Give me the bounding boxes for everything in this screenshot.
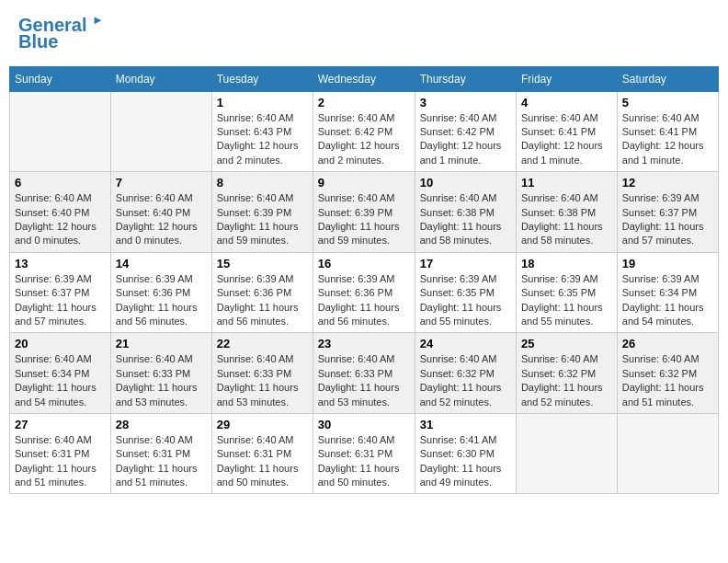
calendar-cell: 9Sunrise: 6:40 AMSunset: 6:39 PMDaylight… <box>313 172 415 253</box>
day-number: 29 <box>217 418 308 431</box>
day-number: 24 <box>420 337 511 350</box>
calendar-cell: 26Sunrise: 6:40 AMSunset: 6:32 PMDayligh… <box>617 333 718 414</box>
day-number: 9 <box>318 176 410 190</box>
day-number: 11 <box>521 176 612 190</box>
calendar-week-2: 6Sunrise: 6:40 AMSunset: 6:40 PMDaylight… <box>10 172 719 253</box>
day-number: 30 <box>318 418 410 431</box>
day-info: Sunrise: 6:40 AMSunset: 6:33 PMDaylight:… <box>217 352 308 409</box>
day-info: Sunrise: 6:40 AMSunset: 6:34 PMDaylight:… <box>15 352 106 409</box>
calendar-week-3: 13Sunrise: 6:39 AMSunset: 6:37 PMDayligh… <box>10 252 719 333</box>
day-info: Sunrise: 6:39 AMSunset: 6:37 PMDaylight:… <box>622 191 713 248</box>
day-number: 8 <box>217 176 308 190</box>
calendar-week-5: 27Sunrise: 6:40 AMSunset: 6:31 PMDayligh… <box>10 413 719 494</box>
day-number: 28 <box>116 418 207 431</box>
day-number: 21 <box>116 337 207 350</box>
calendar-cell: 16Sunrise: 6:39 AMSunset: 6:36 PMDayligh… <box>313 252 415 333</box>
day-info: Sunrise: 6:39 AMSunset: 6:36 PMDaylight:… <box>217 272 308 329</box>
day-number: 5 <box>622 96 713 109</box>
day-number: 2 <box>318 96 410 109</box>
day-number: 13 <box>15 257 106 270</box>
day-info: Sunrise: 6:39 AMSunset: 6:37 PMDaylight:… <box>15 272 106 329</box>
calendar-cell: 20Sunrise: 6:40 AMSunset: 6:34 PMDayligh… <box>10 333 111 414</box>
calendar-cell: 31Sunrise: 6:41 AMSunset: 6:30 PMDayligh… <box>415 413 516 494</box>
calendar-cell: 25Sunrise: 6:40 AMSunset: 6:32 PMDayligh… <box>516 333 617 414</box>
calendar-cell: 1Sunrise: 6:40 AMSunset: 6:43 PMDaylight… <box>211 91 313 172</box>
day-info: Sunrise: 6:40 AMSunset: 6:32 PMDaylight:… <box>420 352 511 409</box>
calendar-cell: 19Sunrise: 6:39 AMSunset: 6:34 PMDayligh… <box>617 252 718 333</box>
calendar-cell: 4Sunrise: 6:40 AMSunset: 6:41 PMDaylight… <box>516 91 617 172</box>
calendar-cell: 5Sunrise: 6:40 AMSunset: 6:41 PMDaylight… <box>617 91 718 172</box>
day-number: 6 <box>15 176 106 190</box>
calendar-cell <box>10 91 111 172</box>
day-number: 26 <box>622 337 713 350</box>
day-info: Sunrise: 6:40 AMSunset: 6:40 PMDaylight:… <box>116 191 207 248</box>
day-info: Sunrise: 6:39 AMSunset: 6:36 PMDaylight:… <box>318 272 410 329</box>
day-number: 31 <box>420 418 511 431</box>
calendar-cell: 24Sunrise: 6:40 AMSunset: 6:32 PMDayligh… <box>415 333 516 414</box>
day-number: 7 <box>116 176 207 190</box>
day-number: 14 <box>116 257 207 270</box>
day-info: Sunrise: 6:40 AMSunset: 6:31 PMDaylight:… <box>217 433 308 490</box>
day-number: 27 <box>15 418 106 431</box>
day-number: 12 <box>622 176 713 190</box>
calendar-cell: 30Sunrise: 6:40 AMSunset: 6:31 PMDayligh… <box>313 413 415 494</box>
calendar-week-4: 20Sunrise: 6:40 AMSunset: 6:34 PMDayligh… <box>10 333 719 414</box>
calendar-cell: 10Sunrise: 6:40 AMSunset: 6:38 PMDayligh… <box>415 172 516 253</box>
calendar-cell: 17Sunrise: 6:39 AMSunset: 6:35 PMDayligh… <box>415 252 516 333</box>
day-info: Sunrise: 6:40 AMSunset: 6:40 PMDaylight:… <box>15 191 106 248</box>
calendar-week-1: 1Sunrise: 6:40 AMSunset: 6:43 PMDaylight… <box>10 91 719 172</box>
day-header-wednesday: Wednesday <box>313 66 415 91</box>
day-number: 23 <box>318 337 410 350</box>
day-number: 18 <box>521 257 612 270</box>
calendar-cell: 22Sunrise: 6:40 AMSunset: 6:33 PMDayligh… <box>211 333 313 414</box>
day-info: Sunrise: 6:40 AMSunset: 6:42 PMDaylight:… <box>420 111 511 168</box>
day-number: 25 <box>521 337 612 350</box>
calendar-cell: 2Sunrise: 6:40 AMSunset: 6:42 PMDaylight… <box>313 91 415 172</box>
calendar-cell: 6Sunrise: 6:40 AMSunset: 6:40 PMDaylight… <box>10 172 111 253</box>
page-header: General ► Blue <box>9 9 719 57</box>
day-number: 4 <box>521 96 612 109</box>
day-number: 17 <box>420 257 511 270</box>
calendar-cell <box>617 413 718 494</box>
calendar-cell: 13Sunrise: 6:39 AMSunset: 6:37 PMDayligh… <box>10 252 111 333</box>
calendar-cell: 11Sunrise: 6:40 AMSunset: 6:38 PMDayligh… <box>516 172 617 253</box>
calendar-cell <box>110 91 211 172</box>
calendar-cell: 15Sunrise: 6:39 AMSunset: 6:36 PMDayligh… <box>211 252 313 333</box>
day-number: 19 <box>622 257 713 270</box>
calendar-cell <box>516 413 617 494</box>
day-header-friday: Friday <box>516 66 617 91</box>
day-info: Sunrise: 6:40 AMSunset: 6:39 PMDaylight:… <box>318 191 410 248</box>
day-info: Sunrise: 6:40 AMSunset: 6:38 PMDaylight:… <box>521 191 612 248</box>
day-info: Sunrise: 6:40 AMSunset: 6:31 PMDaylight:… <box>318 433 410 490</box>
day-info: Sunrise: 6:40 AMSunset: 6:41 PMDaylight:… <box>521 111 612 168</box>
day-info: Sunrise: 6:41 AMSunset: 6:30 PMDaylight:… <box>420 433 511 490</box>
calendar-cell: 28Sunrise: 6:40 AMSunset: 6:31 PMDayligh… <box>110 413 211 494</box>
calendar-cell: 8Sunrise: 6:40 AMSunset: 6:39 PMDaylight… <box>211 172 313 253</box>
calendar-cell: 14Sunrise: 6:39 AMSunset: 6:36 PMDayligh… <box>110 252 211 333</box>
day-info: Sunrise: 6:40 AMSunset: 6:33 PMDaylight:… <box>116 352 207 409</box>
day-header-monday: Monday <box>110 66 211 91</box>
day-header-saturday: Saturday <box>617 66 718 91</box>
header-row: SundayMondayTuesdayWednesdayThursdayFrid… <box>10 66 719 91</box>
day-number: 1 <box>217 96 308 109</box>
day-number: 16 <box>318 257 410 270</box>
calendar-cell: 18Sunrise: 6:39 AMSunset: 6:35 PMDayligh… <box>516 252 617 333</box>
day-info: Sunrise: 6:40 AMSunset: 6:43 PMDaylight:… <box>217 111 308 168</box>
day-info: Sunrise: 6:40 AMSunset: 6:42 PMDaylight:… <box>318 111 410 168</box>
calendar-cell: 29Sunrise: 6:40 AMSunset: 6:31 PMDayligh… <box>211 413 313 494</box>
calendar-cell: 12Sunrise: 6:39 AMSunset: 6:37 PMDayligh… <box>617 172 718 253</box>
day-info: Sunrise: 6:40 AMSunset: 6:33 PMDaylight:… <box>318 352 410 409</box>
day-info: Sunrise: 6:40 AMSunset: 6:39 PMDaylight:… <box>217 191 308 248</box>
calendar-cell: 21Sunrise: 6:40 AMSunset: 6:33 PMDayligh… <box>110 333 211 414</box>
day-info: Sunrise: 6:40 AMSunset: 6:31 PMDaylight:… <box>15 433 106 490</box>
day-info: Sunrise: 6:40 AMSunset: 6:38 PMDaylight:… <box>420 191 511 248</box>
day-header-thursday: Thursday <box>415 66 516 91</box>
day-number: 20 <box>15 337 106 350</box>
day-info: Sunrise: 6:39 AMSunset: 6:35 PMDaylight:… <box>521 272 612 329</box>
day-number: 3 <box>420 96 511 109</box>
calendar-cell: 7Sunrise: 6:40 AMSunset: 6:40 PMDaylight… <box>110 172 211 253</box>
calendar-table: SundayMondayTuesdayWednesdayThursdayFrid… <box>9 66 719 495</box>
day-number: 10 <box>420 176 511 190</box>
day-info: Sunrise: 6:40 AMSunset: 6:41 PMDaylight:… <box>622 111 713 168</box>
day-info: Sunrise: 6:40 AMSunset: 6:31 PMDaylight:… <box>116 433 207 490</box>
